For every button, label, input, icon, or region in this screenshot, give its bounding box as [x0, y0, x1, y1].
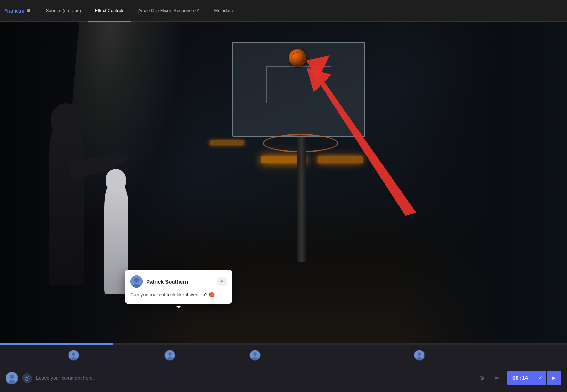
svg-point-13	[253, 352, 257, 356]
draw-icon: ✏	[495, 375, 499, 381]
brand-name[interactable]: Frame.io	[4, 8, 24, 14]
hoop-structure	[215, 38, 386, 262]
hamburger-icon[interactable]: ≡	[27, 8, 30, 14]
timecode-send-group: 00:14 ✓ ►	[507, 371, 561, 385]
svg-point-10	[168, 352, 172, 356]
emoji-icon: ☺	[479, 374, 485, 382]
player-head-right	[106, 169, 126, 190]
video-frame: Patrick Southern ✏ Can you make it look …	[0, 22, 567, 343]
svg-point-7	[72, 352, 75, 356]
mention-button[interactable]: @	[22, 373, 32, 383]
comment-input[interactable]	[36, 375, 472, 381]
check-icon: ✓	[538, 375, 542, 381]
marker-avatar-3	[249, 350, 261, 361]
marker-avatar-1	[68, 350, 79, 361]
svg-point-16	[418, 352, 421, 356]
comment-avatar	[130, 275, 143, 288]
comment-edit-button[interactable]: ✏	[217, 277, 227, 286]
basketball	[289, 49, 306, 66]
comment-popup: Patrick Southern ✏ Can you make it look …	[125, 270, 232, 304]
player-body-left	[49, 128, 84, 285]
marker-avatar-4	[414, 350, 425, 361]
tab-metadata[interactable]: Metadata	[207, 0, 240, 22]
hoop-pole	[297, 137, 305, 262]
marker-1[interactable]	[68, 350, 79, 361]
check-button[interactable]: ✓	[534, 371, 546, 385]
tab-audio-clip-mixer[interactable]: Audio Clip Mixer: Sequence 01	[131, 0, 207, 22]
main-content: Patrick Southern ✏ Can you make it look …	[0, 22, 567, 392]
comment-header: Patrick Southern ✏	[130, 275, 227, 288]
timecode-button[interactable]: 00:14	[507, 371, 534, 385]
marker-2[interactable]	[164, 350, 175, 361]
send-icon: ►	[551, 375, 557, 381]
comment-bar: @ ☺ ✏ 00:14 ✓ ►	[0, 364, 567, 392]
timecode-value: 00:14	[512, 375, 528, 381]
video-area: Patrick Southern ✏ Can you make it look …	[0, 22, 567, 343]
send-button[interactable]: ►	[547, 371, 561, 385]
user-avatar	[6, 372, 18, 384]
comment-author-name: Patrick Southern	[146, 279, 188, 285]
brand: Frame.io ≡	[4, 8, 31, 14]
backboard-inner	[266, 66, 331, 103]
comment-author-info: Patrick Southern	[130, 275, 188, 288]
mention-icon: @	[25, 375, 30, 381]
svg-point-19	[10, 375, 14, 379]
player-head-left	[51, 103, 81, 134]
marker-3[interactable]	[249, 350, 261, 361]
marker-avatar-2	[164, 350, 175, 361]
tab-source[interactable]: Source: (no clips)	[39, 0, 88, 22]
emoji-button[interactable]: ☺	[476, 373, 487, 384]
svg-point-4	[134, 278, 139, 283]
tab-bar: Frame.io ≡ Source: (no clips) Effect Con…	[0, 0, 567, 22]
tab-effect-controls[interactable]: Effect Controls	[88, 0, 131, 22]
marker-4[interactable]	[414, 350, 425, 361]
scene-wall-right	[397, 22, 567, 343]
comment-text: Can you make it look like it went in? 🏀	[130, 291, 227, 299]
draw-button[interactable]: ✏	[492, 373, 503, 384]
markers-row	[0, 345, 567, 364]
